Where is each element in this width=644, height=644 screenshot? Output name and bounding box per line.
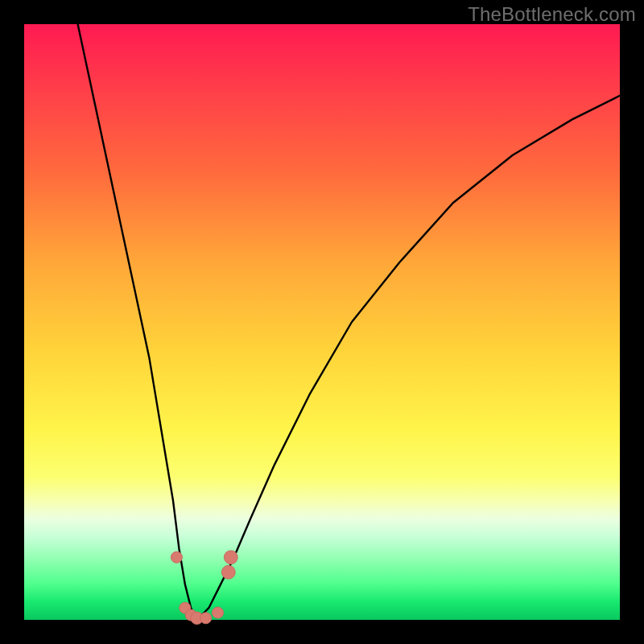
chart-frame: TheBottleneck.com (0, 0, 644, 644)
curve-marker (171, 551, 182, 563)
watermark-text: TheBottleneck.com (468, 3, 636, 26)
curve-marker (224, 551, 237, 564)
plot-area (24, 24, 620, 620)
curve-marker (213, 607, 224, 618)
curve-marker (221, 565, 235, 579)
bottleneck-curve (78, 24, 620, 620)
curve-layer (24, 24, 620, 620)
curve-marker (200, 613, 212, 624)
